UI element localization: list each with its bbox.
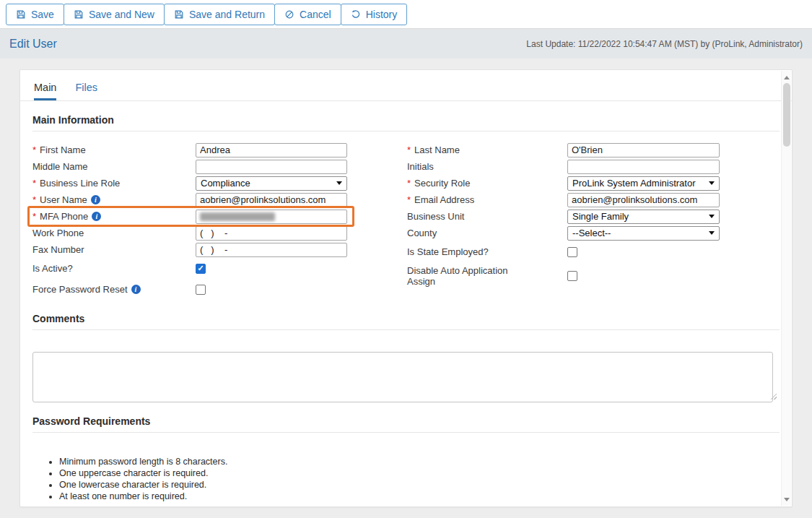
chevron-down-icon	[709, 215, 715, 218]
field-work-phone: Work Phone	[32, 225, 347, 241]
main-information-form: *First Name Middle Name *Business Line R…	[32, 131, 780, 300]
first-name-label: First Name	[40, 144, 86, 155]
password-rule: Minimum password length is 8 characters.	[59, 457, 780, 467]
save-icon	[74, 9, 84, 20]
user-name-label: User Name	[40, 194, 87, 205]
required-marker: *	[32, 194, 36, 205]
county-label: County	[407, 228, 437, 238]
save-icon	[16, 9, 26, 20]
field-county: County --Select--	[407, 225, 720, 241]
field-security-role: *Security Role ProLink System Administra…	[407, 175, 720, 191]
comments-textarea[interactable]	[32, 352, 773, 402]
business-line-role-label: Business Line Role	[40, 178, 120, 189]
save-button-label: Save	[31, 9, 54, 20]
required-marker: *	[32, 211, 36, 222]
security-role-label: Security Role	[414, 178, 470, 189]
user-name-input[interactable]	[196, 193, 347, 207]
email-address-label: Email Address	[414, 194, 474, 205]
password-rule: One lowercase character is required.	[59, 480, 780, 491]
last-name-input[interactable]	[567, 143, 720, 157]
field-user-name: *User Name	[32, 191, 347, 208]
field-middle-name: Middle Name	[32, 158, 347, 175]
cancel-button[interactable]: Cancel	[274, 4, 341, 25]
required-marker: *	[32, 144, 36, 155]
county-value: --Select--	[572, 228, 611, 238]
disable-auto-application-assign-label: Disable Auto Application Assign	[407, 265, 528, 287]
field-business-unit: Business Unit Single Family	[407, 208, 720, 225]
security-role-select[interactable]: ProLink System Administrator	[567, 176, 720, 191]
tab-bar: Main Files	[20, 70, 792, 101]
page-header: Edit User Last Update: 11/22/2022 10:54:…	[0, 29, 812, 59]
field-business-line-role: *Business Line Role Compliance	[32, 175, 347, 191]
tab-main[interactable]: Main	[34, 82, 56, 100]
business-line-role-value: Compliance	[201, 178, 250, 189]
field-is-active: Is Active?	[32, 258, 347, 279]
history-icon	[351, 9, 361, 20]
history-button-label: History	[366, 9, 398, 20]
save-and-new-button-label: Save and New	[89, 9, 154, 20]
toolbar: Save Save and New Save and Return Cancel…	[0, 0, 812, 29]
field-last-name: *Last Name	[407, 142, 720, 158]
chevron-down-icon	[336, 181, 342, 185]
required-marker: *	[32, 178, 36, 189]
save-and-return-button[interactable]: Save and Return	[164, 4, 275, 25]
middle-name-input[interactable]	[196, 160, 347, 174]
work-phone-input[interactable]	[196, 226, 347, 241]
fax-number-input[interactable]	[196, 243, 347, 257]
cancel-button-label: Cancel	[300, 9, 331, 20]
info-icon[interactable]	[131, 285, 141, 294]
page-title: Edit User	[9, 38, 57, 51]
email-address-input[interactable]	[567, 193, 720, 207]
required-marker: *	[407, 144, 411, 155]
middle-name-label: Middle Name	[32, 161, 88, 172]
business-unit-select[interactable]: Single Family	[567, 210, 720, 224]
force-password-reset-checkbox[interactable]	[196, 285, 206, 295]
scrollbar-thumb[interactable]	[783, 83, 790, 147]
field-disable-auto-application-assign: Disable Auto Application Assign	[407, 262, 720, 290]
comments-heading: Comments	[32, 300, 780, 330]
business-line-role-select[interactable]: Compliance	[196, 176, 347, 191]
form-right-column: *Last Name Initials *Security Role ProLi…	[407, 142, 720, 300]
field-first-name: *First Name	[32, 142, 347, 158]
field-force-password-reset: Force Password Reset	[32, 279, 347, 300]
cancel-icon	[284, 9, 294, 20]
last-update-text: Last Update: 11/22/2022 10:54:47 AM (MST…	[526, 39, 803, 49]
info-icon[interactable]	[91, 195, 100, 204]
history-button[interactable]: History	[341, 4, 408, 25]
initials-input[interactable]	[567, 160, 720, 174]
force-password-reset-label: Force Password Reset	[32, 284, 128, 295]
security-role-value: ProLink System Administrator	[572, 178, 696, 189]
scrollbar[interactable]	[781, 71, 791, 506]
save-and-new-button[interactable]: Save and New	[64, 4, 165, 25]
mfa-phone-label: MFA Phone	[40, 211, 88, 222]
first-name-input[interactable]	[196, 143, 347, 157]
business-unit-label: Business Unit	[407, 211, 464, 222]
required-marker: *	[407, 194, 411, 205]
password-rule: One uppercase character is required.	[59, 468, 780, 479]
mfa-phone-input[interactable]	[196, 210, 347, 224]
disable-auto-application-assign-checkbox[interactable]	[567, 271, 577, 281]
fax-number-label: Fax Number	[32, 244, 84, 255]
work-phone-label: Work Phone	[32, 228, 84, 238]
last-name-label: Last Name	[414, 144, 460, 155]
triangle-up-icon	[784, 76, 790, 79]
save-button[interactable]: Save	[6, 4, 64, 25]
is-active-checkbox[interactable]	[196, 264, 206, 274]
chevron-down-icon	[709, 231, 715, 235]
is-state-employed-checkbox[interactable]	[567, 247, 577, 257]
scroll-up-button[interactable]	[782, 72, 792, 82]
password-requirements-heading: Password Requirements	[32, 402, 780, 433]
chevron-down-icon	[709, 181, 715, 185]
scroll-down-button[interactable]	[782, 494, 792, 504]
field-is-state-employed: Is State Employed?	[407, 241, 720, 262]
tab-files[interactable]: Files	[75, 82, 97, 100]
county-select[interactable]: --Select--	[567, 226, 720, 241]
password-rules-list: Minimum password length is 8 characters.…	[59, 457, 780, 502]
business-unit-value: Single Family	[572, 211, 629, 222]
is-active-label: Is Active?	[32, 263, 73, 274]
field-fax-number: Fax Number	[32, 241, 347, 258]
info-icon[interactable]	[92, 212, 101, 221]
is-state-employed-label: Is State Employed?	[407, 246, 489, 257]
save-and-return-button-label: Save and Return	[189, 9, 265, 20]
required-marker: *	[407, 178, 411, 189]
